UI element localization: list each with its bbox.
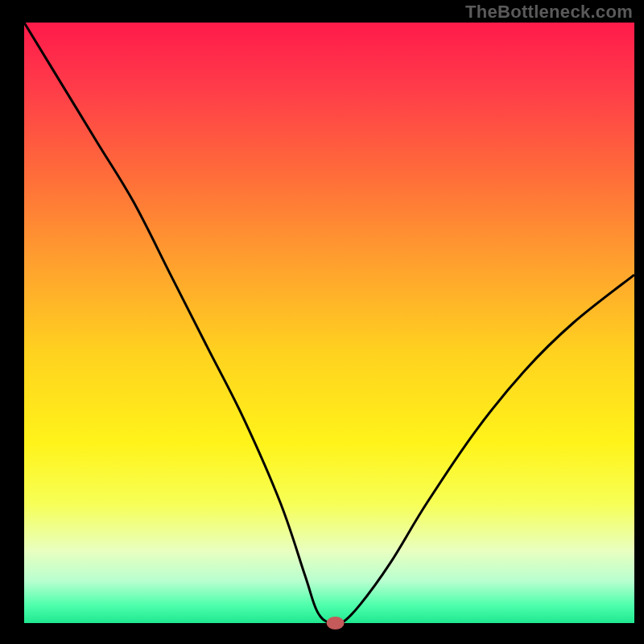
chart-frame: TheBottleneck.com <box>0 0 644 644</box>
watermark-text: TheBottleneck.com <box>465 2 633 23</box>
plot-background <box>24 23 634 623</box>
optimal-marker <box>327 617 345 630</box>
bottleneck-chart <box>0 0 644 644</box>
